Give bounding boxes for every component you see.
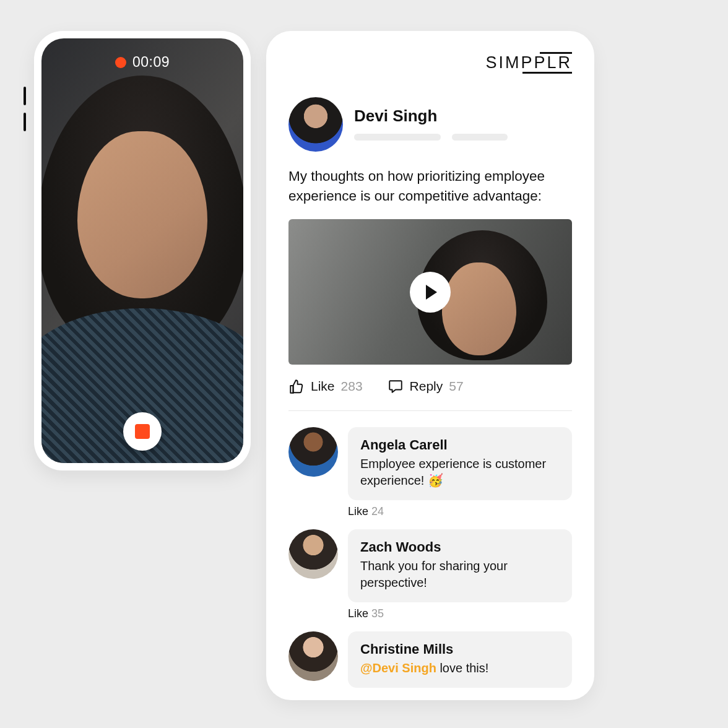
comment-like-button[interactable]: Like 24 xyxy=(348,505,572,518)
comment: Angela Carell Employee experience is cus… xyxy=(288,427,572,500)
like-button[interactable]: Like 283 xyxy=(288,378,363,394)
like-label: Like xyxy=(311,379,335,394)
commenter-name[interactable]: Angela Carell xyxy=(360,437,560,453)
record-dot-icon xyxy=(115,57,126,68)
comment-text: Employee experience is customer experien… xyxy=(360,456,560,489)
stop-icon xyxy=(135,424,150,439)
commenter-avatar[interactable] xyxy=(288,631,338,681)
post-video[interactable] xyxy=(288,219,572,365)
device-side-button xyxy=(24,113,26,131)
reply-count: 57 xyxy=(449,379,463,394)
author-name[interactable]: Devi Singh xyxy=(354,106,572,126)
commenter-avatar[interactable] xyxy=(288,529,338,579)
comment: Zach Woods Thank you for sharing your pe… xyxy=(288,529,572,602)
phone-screen: 00:09 xyxy=(41,38,243,463)
commenter-name[interactable]: Zach Woods xyxy=(360,539,560,555)
camera-portrait xyxy=(41,38,243,463)
commenter-name[interactable]: Christine Mills xyxy=(360,641,560,657)
stop-recording-button[interactable] xyxy=(123,412,162,451)
mention[interactable]: @Devi Singh xyxy=(360,661,436,675)
comment-text: Thank you for sharing your perspective! xyxy=(360,558,560,591)
feed-card: SIMPPLR Devi Singh My thoughts on how pr… xyxy=(266,31,594,700)
phone-frame: 00:09 xyxy=(34,31,251,470)
author-subtitle-placeholder xyxy=(354,134,441,141)
brand-logo: SIMPPLR xyxy=(288,53,572,72)
comment-bubble: Christine Mills @Devi Singh love this! xyxy=(348,631,572,688)
device-side-button xyxy=(24,87,26,105)
post-actions: Like 283 Reply 57 xyxy=(288,378,572,411)
author-avatar[interactable] xyxy=(288,97,343,152)
recording-time: 00:09 xyxy=(132,54,170,71)
comment-bubble: Angela Carell Employee experience is cus… xyxy=(348,427,572,500)
thumbs-up-icon xyxy=(288,378,305,394)
reply-label: Reply xyxy=(410,379,443,394)
comment-bubble: Zach Woods Thank you for sharing your pe… xyxy=(348,529,572,602)
post-body: My thoughts on how prioritizing employee… xyxy=(288,167,572,206)
play-icon xyxy=(426,285,437,300)
comment-text: @Devi Singh love this! xyxy=(360,660,560,677)
comment: Christine Mills @Devi Singh love this! xyxy=(288,631,572,688)
post-author-row: Devi Singh xyxy=(288,97,572,152)
recording-indicator: 00:09 xyxy=(115,54,170,71)
reply-button[interactable]: Reply 57 xyxy=(388,378,464,394)
comment-icon xyxy=(388,378,404,394)
comment-like-button[interactable]: Like 35 xyxy=(348,607,572,620)
like-count: 283 xyxy=(341,379,363,394)
play-button[interactable] xyxy=(410,272,451,313)
commenter-avatar[interactable] xyxy=(288,427,338,477)
author-subtitle-placeholder xyxy=(452,134,508,141)
